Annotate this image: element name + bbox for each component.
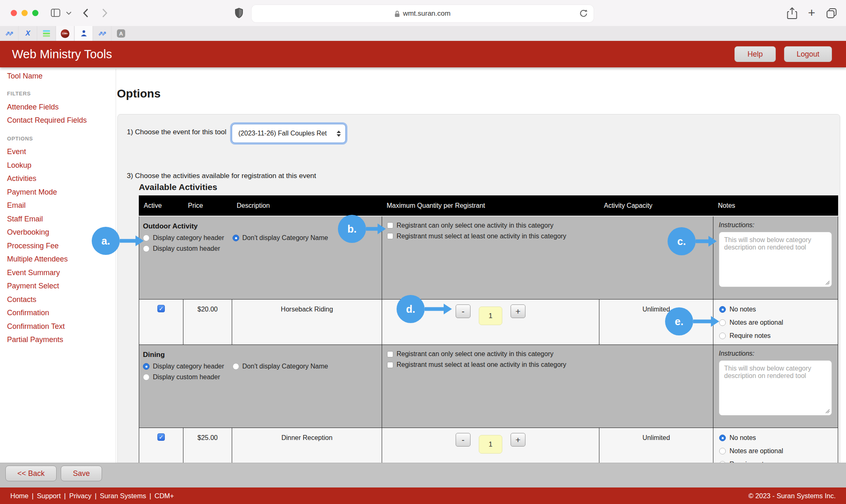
quantity-minus-button[interactable]: - <box>456 304 471 318</box>
app-header: Web Ministry Tools Help Logout <box>0 41 846 67</box>
sidebar-toggle-icon[interactable] <box>51 9 60 17</box>
sidebar-nav: Tool Name FILTERS Attendee Fields Contac… <box>0 69 116 463</box>
sidebar-item-email[interactable]: Email <box>7 199 116 213</box>
col-notes: Notes <box>713 196 838 216</box>
save-button[interactable]: Save <box>61 466 102 481</box>
favicon-blue-x[interactable]: X <box>19 26 37 41</box>
category-row-outdoor-activity: Outdoor Activity Display category header… <box>139 216 838 300</box>
radio-display-category-header[interactable] <box>143 363 150 370</box>
sidebar-section-options: OPTIONS <box>7 132 116 145</box>
radio-display-custom-header[interactable] <box>143 374 150 380</box>
sidebar-item-lookup[interactable]: Lookup <box>7 159 116 172</box>
radio-dont-display-category-name[interactable] <box>233 235 239 241</box>
favicon-cdmplus[interactable]: CDM+ <box>56 26 74 41</box>
annotation-c: c. <box>668 227 696 255</box>
category-instructions-textarea[interactable] <box>719 232 832 287</box>
favicon-blue-figure[interactable] <box>75 26 93 41</box>
radio-no-notes[interactable] <box>719 435 726 441</box>
checkbox-only-one-activity[interactable] <box>387 222 393 228</box>
favicon-letter-a[interactable]: A <box>112 26 130 41</box>
radio-dont-display-category-name[interactable] <box>233 363 239 370</box>
favicon-blue-arrows[interactable]: ⇗⇗ <box>0 26 19 41</box>
radio-require-notes[interactable] <box>719 333 726 339</box>
back-button[interactable]: << Back <box>5 466 57 481</box>
sidebar-item-contacts[interactable]: Contacts <box>7 293 116 307</box>
privacy-shield-icon[interactable] <box>235 7 243 19</box>
step3-label: 3) Choose the activities available for r… <box>127 172 316 180</box>
sidebar-item-payment-mode[interactable]: Payment Mode <box>7 185 116 199</box>
forward-button[interactable] <box>102 8 107 18</box>
url-text: wmt.suran.com <box>403 10 450 18</box>
instructions-label: Instructions: <box>719 221 838 229</box>
active-checkbox[interactable]: ✓ <box>157 433 165 441</box>
col-activity-capacity: Activity Capacity <box>599 196 713 216</box>
resize-grip-icon[interactable] <box>825 409 830 414</box>
footer-links: Home Support Privacy Suran Systems CDM+ <box>10 487 174 504</box>
quantity-plus-button[interactable]: + <box>511 433 525 447</box>
sidebar-item-attendee-fields[interactable]: Attendee Fields <box>7 100 116 114</box>
quantity-input[interactable] <box>479 307 502 325</box>
app-footer: Home Support Privacy Suran Systems CDM+ … <box>0 487 846 504</box>
radio-no-notes[interactable] <box>719 306 726 313</box>
sidebar-item-staff-email[interactable]: Staff Email <box>7 212 116 226</box>
footer-copyright: © 2023 - Suran Systems Inc. <box>749 487 836 504</box>
footer-link-suran-systems[interactable]: Suran Systems <box>100 492 154 500</box>
checkbox-at-least-one-activity[interactable] <box>387 362 393 368</box>
minimize-window-button[interactable] <box>21 10 28 16</box>
sidebar-item-confirmation[interactable]: Confirmation <box>7 307 116 320</box>
col-description: Description <box>232 196 382 216</box>
back-button[interactable] <box>83 8 88 18</box>
footer-link-home[interactable]: Home <box>10 492 37 500</box>
logout-button[interactable]: Logout <box>784 46 832 62</box>
resize-grip-icon[interactable] <box>825 281 830 285</box>
sidebar-item-event[interactable]: Event <box>7 145 116 159</box>
safari-window: wmt.suran.com + ⇗⇗ X CDM+ ⇗⇗ A Start Pag… <box>0 0 846 504</box>
chevron-down-icon[interactable] <box>66 12 71 15</box>
checkbox-label: Registrant must select at least one acti… <box>397 233 566 240</box>
radio-label: No notes <box>730 306 756 313</box>
category-instructions-textarea[interactable] <box>719 360 832 416</box>
new-tab-icon[interactable]: + <box>808 8 815 17</box>
checkbox-label: Registrant can only select one activity … <box>397 222 554 229</box>
quantity-input[interactable] <box>479 435 502 454</box>
category-row-dining: Dining Display category header Don't dis… <box>139 345 838 428</box>
quantity-minus-button[interactable]: - <box>456 433 471 447</box>
event-select[interactable]: (2023-11-26) Fall Couples Ret <box>232 124 346 143</box>
radio-label: Notes are optional <box>730 447 783 455</box>
favicon-blue-arrows-2[interactable]: ⇗⇗ <box>93 26 112 41</box>
footer-link-privacy[interactable]: Privacy <box>69 492 100 500</box>
checkbox-at-least-one-activity[interactable] <box>387 233 393 239</box>
annotation-c-arrow <box>695 235 718 248</box>
radio-label: Display category header <box>153 363 224 370</box>
active-checkbox[interactable]: ✓ <box>157 305 165 312</box>
sidebar-item-tool-name[interactable]: Tool Name <box>7 69 116 83</box>
sidebar-item-confirmation-text[interactable]: Confirmation Text <box>7 320 116 333</box>
close-window-button[interactable] <box>11 10 17 16</box>
tab-overview-icon[interactable] <box>826 8 837 19</box>
browser-toolbar: wmt.suran.com + <box>0 0 846 26</box>
sidebar-item-partial-payments[interactable]: Partial Payments <box>7 333 116 347</box>
reload-button[interactable] <box>579 9 588 20</box>
footer-link-support[interactable]: Support <box>37 492 69 500</box>
annotation-a-arrow <box>119 234 145 247</box>
footer-link-cdmplus[interactable]: CDM+ <box>154 492 174 500</box>
help-button[interactable]: Help <box>734 46 776 62</box>
col-active: Active <box>139 196 183 216</box>
step1-label: 1) Choose the event for this tool <box>127 128 226 136</box>
share-icon[interactable] <box>787 7 797 19</box>
favicon-green-bars[interactable] <box>38 26 56 41</box>
sidebar-item-payment-select[interactable]: Payment Select <box>7 280 116 293</box>
zoom-window-button[interactable] <box>32 10 38 16</box>
favorites-bar: ⇗⇗ X CDM+ ⇗⇗ A Start Page <box>0 26 846 41</box>
col-max-quantity: Maximum Quantity per Registrant <box>382 196 599 216</box>
activity-row-horseback-riding: ✓ $20.00 Horseback Riding - + Unlimited … <box>139 300 838 345</box>
radio-label: Display custom header <box>153 373 220 381</box>
address-bar[interactable]: wmt.suran.com <box>252 5 594 22</box>
sidebar-item-activities[interactable]: Activities <box>7 172 116 186</box>
checkbox-only-one-activity[interactable] <box>387 351 393 357</box>
quantity-plus-button[interactable]: + <box>511 304 525 318</box>
radio-notes-optional[interactable] <box>719 448 726 454</box>
sidebar-item-contact-required-fields[interactable]: Contact Required Fields <box>7 114 116 128</box>
radio-notes-optional[interactable] <box>719 319 726 326</box>
sidebar-item-event-summary[interactable]: Event Summary <box>7 266 116 280</box>
